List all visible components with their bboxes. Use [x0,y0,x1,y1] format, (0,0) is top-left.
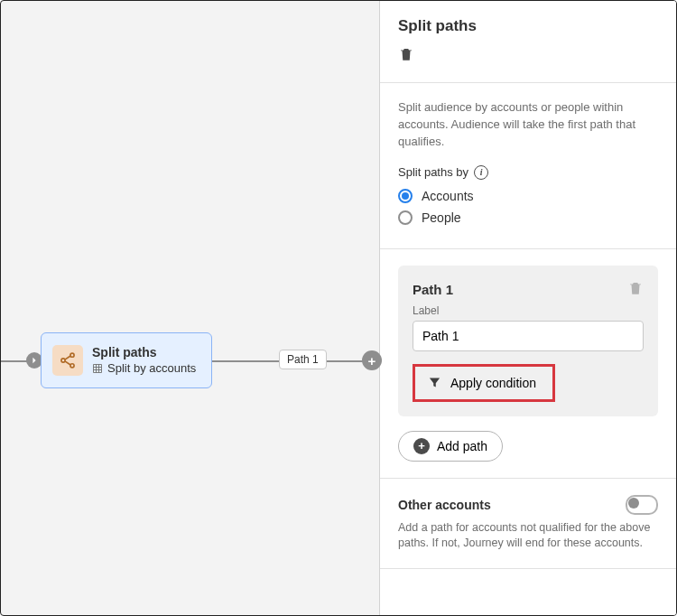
radio-people[interactable]: People [398,210,658,225]
node-title: Split paths [92,345,196,361]
apply-condition-highlight: Apply condition [413,364,555,402]
add-path-button[interactable]: + Add path [398,431,503,462]
trash-icon [627,280,644,296]
path-label-input[interactable] [413,321,644,351]
paths-section: Path 1 Label Apply condition + Add path [380,249,676,479]
panel-header-section: Split paths [380,1,676,83]
node-text: Split paths Split by accounts [92,345,196,376]
app-root: Split paths Split by accounts Path 1 + S… [0,0,677,616]
canvas-path-label[interactable]: Path 1 [279,350,327,369]
other-accounts-description: Add a path for accounts not qualified fo… [398,520,658,552]
table-icon [92,363,103,374]
split-icon [52,345,83,376]
other-accounts-section: Other accounts Add a path for accounts n… [380,479,676,569]
trash-icon [398,46,414,62]
plus-icon: + [413,438,430,454]
other-accounts-title: Other accounts [398,498,491,512]
svg-point-1 [70,353,74,357]
properties-panel: Split paths Split audience by accounts o… [380,1,676,615]
delete-path-button[interactable] [627,280,644,299]
other-accounts-toggle[interactable] [626,495,658,515]
radio-icon [398,189,413,203]
path-card-title: Path 1 [413,282,453,297]
radio-icon [398,210,413,225]
split-by-section: Split audience by accounts or people wit… [380,83,676,249]
journey-canvas[interactable]: Split paths Split by accounts Path 1 + [1,1,380,615]
node-subtitle: Split by accounts [92,361,196,376]
svg-point-2 [70,364,74,368]
path-label-field-label: Label [413,304,644,317]
svg-point-0 [61,359,65,362]
apply-condition-button[interactable]: Apply condition [419,370,549,396]
delete-node-button[interactable] [398,46,414,65]
radio-accounts[interactable]: Accounts [398,189,658,203]
panel-title: Split paths [398,17,658,35]
add-node-button[interactable]: + [362,350,382,370]
info-icon[interactable]: i [474,165,488,180]
panel-description: Split audience by accounts or people wit… [398,99,658,151]
split-by-label: Split paths by i [398,165,658,180]
split-paths-node[interactable]: Split paths Split by accounts [41,332,212,388]
filter-icon [428,376,441,389]
path-card: Path 1 Label Apply condition [398,266,658,416]
toggle-knob [628,498,639,509]
